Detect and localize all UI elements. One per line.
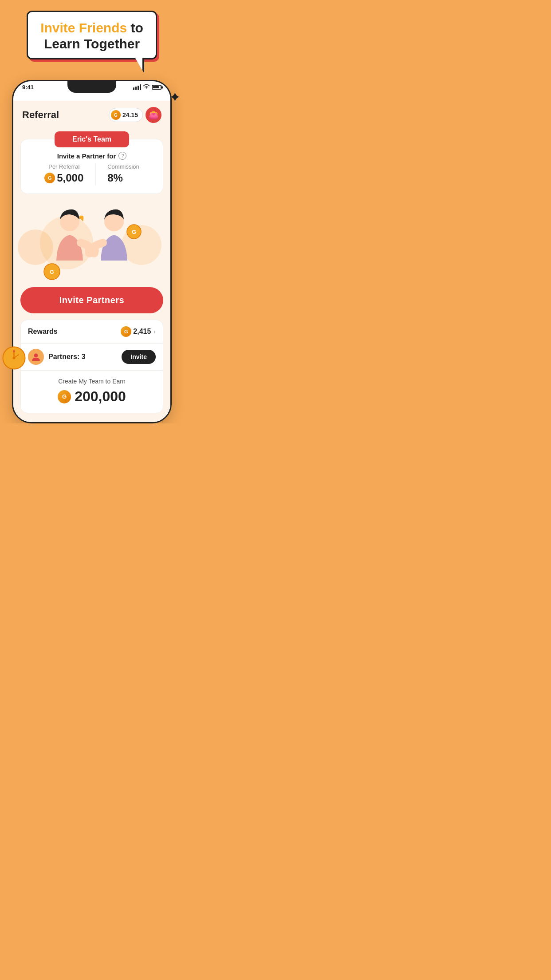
svg-point-9: [85, 245, 99, 256]
earn-label: Create My Team to Earn: [28, 378, 156, 385]
rewards-card: Rewards G 2,415 ›: [20, 320, 163, 413]
clock-decoration: [2, 346, 26, 370]
people-illustration: G G: [25, 203, 158, 287]
rewards-coin-icon: G: [121, 326, 131, 337]
invite-partners-button[interactable]: Invite Partners: [20, 287, 163, 313]
help-icon[interactable]: ?: [118, 152, 126, 160]
earn-section: Create My Team to Earn G 200,000: [21, 371, 163, 413]
speech-bubble: Invite Friends to Learn Together: [27, 11, 157, 59]
phone-content: Referral G 24.15 👛: [13, 101, 170, 422]
wallet-icon: 👛: [149, 110, 158, 120]
promo-area: Invite Friends to Learn Together: [0, 0, 184, 64]
invite-partner-title: Invite a Partner for ?: [30, 152, 154, 160]
stats-row: Per Referral G 5,000 Commission 8%: [30, 163, 154, 186]
rewards-section: Rewards G 2,415 ›: [13, 320, 170, 422]
coin-g-icon: G: [44, 173, 55, 183]
rewards-header: Rewards G 2,415 ›: [21, 320, 163, 344]
team-card: Eric's Team Invite a Partner for ? Per R…: [20, 139, 163, 194]
per-referral-value: G 5,000: [44, 172, 83, 184]
commission-value: 8%: [107, 172, 139, 184]
battery-icon: [152, 85, 161, 90]
status-bar: 9:41: [13, 81, 170, 93]
phone-frame: 9:41: [12, 80, 172, 423]
svg-text:G: G: [50, 269, 54, 275]
team-name-label: Eric's Team: [55, 131, 129, 147]
balance-amount: 24.15: [122, 111, 138, 119]
earn-amount: 200,000: [75, 388, 126, 405]
per-referral-label: Per Referral: [44, 163, 83, 170]
invite-button[interactable]: Invite: [122, 350, 156, 364]
rewards-amount[interactable]: G 2,415 ›: [121, 326, 156, 337]
coin-icon: G: [111, 110, 121, 120]
coin-balance-display[interactable]: G 24.15: [109, 108, 143, 122]
commission-label: Commission: [107, 163, 139, 170]
status-time: 9:41: [22, 84, 34, 91]
earn-amount-row: G 200,000: [28, 388, 156, 405]
stat-divider: [95, 163, 96, 186]
app-header: Referral G 24.15 👛: [13, 101, 170, 127]
rewards-label: Rewards: [28, 328, 117, 336]
status-icons: [133, 84, 161, 91]
header-right: G 24.15 👛: [109, 107, 161, 123]
illustration-area: G G: [13, 198, 170, 287]
chevron-right-icon: ›: [153, 328, 156, 335]
per-referral-stat: Per Referral G 5,000: [44, 163, 83, 184]
wallet-button[interactable]: 👛: [146, 107, 161, 123]
svg-text:G: G: [132, 229, 136, 235]
app-title: Referral: [22, 109, 59, 121]
promo-title: Invite Friends to Learn Together: [40, 20, 143, 52]
earn-coin-icon: G: [58, 390, 71, 403]
partners-row: Partners: 3 Invite: [21, 344, 163, 371]
partners-count-label: Partners: 3: [48, 353, 117, 361]
svg-point-14: [34, 354, 38, 358]
wifi-icon: [143, 84, 150, 91]
signal-bars: [133, 84, 141, 90]
commission-stat: Commission 8%: [107, 163, 139, 184]
partner-avatar: [28, 349, 44, 365]
